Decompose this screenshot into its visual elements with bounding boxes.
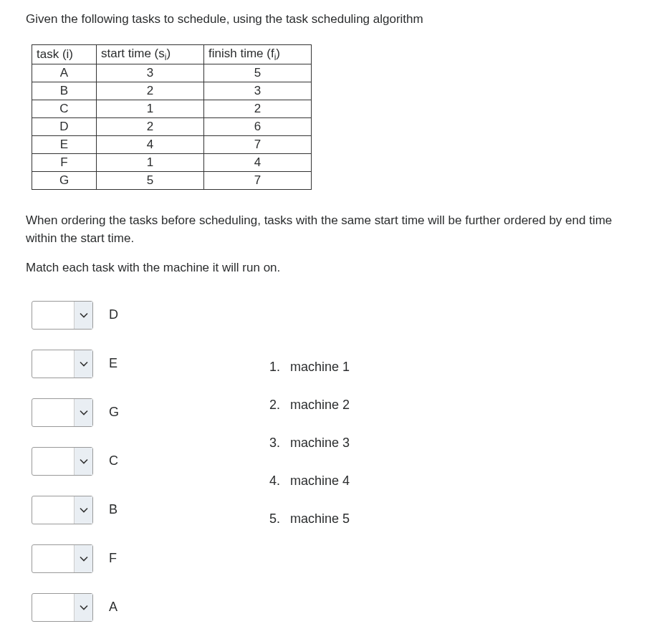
table-cell: 7 — [204, 135, 312, 153]
select-value — [32, 350, 74, 378]
match-item-label: A — [109, 600, 126, 615]
match-row: D — [32, 301, 126, 330]
table-cell: 2 — [97, 117, 204, 135]
table-cell: 7 — [204, 171, 312, 189]
answer-number: 3. — [269, 436, 287, 451]
match-item-label: D — [109, 307, 126, 322]
chevron-down-icon — [80, 410, 88, 415]
table-row: G57 — [32, 171, 312, 189]
answer-item: 2. machine 2 — [269, 398, 350, 413]
matching-area: DEGCBFA 1. machine 12. machine 23. machi… — [26, 301, 641, 622]
match-select[interactable] — [32, 350, 93, 378]
match-item-label: G — [109, 405, 126, 420]
chevron-down-icon — [80, 312, 88, 318]
match-item-label: E — [109, 356, 126, 371]
answer-item: 3. machine 3 — [269, 436, 350, 451]
answer-label: machine 3 — [287, 436, 350, 450]
answer-label: machine 1 — [287, 360, 350, 374]
answer-number: 4. — [269, 474, 287, 489]
task-table-body: A35B23C12D26E47F14G57 — [32, 64, 312, 189]
answer-item: 5. machine 5 — [269, 511, 350, 527]
match-row: A — [32, 593, 126, 622]
answer-item: 1. machine 1 — [269, 360, 350, 375]
table-cell: 5 — [204, 64, 312, 82]
table-cell: G — [32, 171, 97, 189]
answer-label: machine 4 — [287, 474, 350, 488]
select-arrow — [74, 496, 92, 524]
question-prompt: Given the following tasks to schedule, u… — [26, 10, 641, 29]
match-left-column: DEGCBFA — [32, 301, 126, 622]
select-value — [32, 496, 74, 524]
match-item-label: C — [109, 453, 126, 468]
select-arrow — [74, 448, 92, 475]
answer-number: 5. — [269, 511, 287, 527]
table-row: C12 — [32, 100, 312, 117]
select-value — [32, 302, 74, 329]
col-header-start: start time (si) — [97, 44, 204, 64]
chevron-down-icon — [80, 361, 88, 367]
select-value — [32, 594, 74, 621]
table-cell: E — [32, 135, 97, 153]
table-row: F14 — [32, 153, 312, 171]
answer-number: 2. — [269, 398, 287, 413]
match-select[interactable] — [32, 398, 93, 427]
match-select[interactable] — [32, 496, 93, 524]
select-value — [32, 399, 74, 426]
table-cell: B — [32, 82, 97, 100]
table-row: E47 — [32, 135, 312, 153]
table-cell: 2 — [204, 100, 312, 117]
chevron-down-icon — [80, 556, 88, 562]
table-cell: 5 — [97, 171, 204, 189]
match-instruction: Match each task with the machine it will… — [26, 261, 641, 275]
select-value — [32, 448, 74, 475]
table-cell: A — [32, 64, 97, 82]
task-table: task (i) start time (si) finish time (fi… — [32, 44, 312, 190]
match-row: B — [32, 496, 126, 524]
col-header-task: task (i) — [32, 44, 97, 64]
answer-item: 4. machine 4 — [269, 474, 350, 489]
table-cell: 2 — [97, 82, 204, 100]
match-row: E — [32, 350, 126, 378]
select-arrow — [74, 594, 92, 621]
match-right-column: 1. machine 12. machine 23. machine 34. m… — [269, 301, 350, 549]
table-row: A35 — [32, 64, 312, 82]
select-arrow — [74, 545, 92, 572]
match-select[interactable] — [32, 447, 93, 476]
answer-label: machine 5 — [287, 511, 350, 526]
table-cell: C — [32, 100, 97, 117]
match-select[interactable] — [32, 593, 93, 622]
table-cell: 3 — [97, 64, 204, 82]
match-row: C — [32, 447, 126, 476]
table-cell: 1 — [97, 153, 204, 171]
table-cell: F — [32, 153, 97, 171]
match-row: G — [32, 398, 126, 427]
chevron-down-icon — [80, 605, 88, 610]
match-item-label: F — [109, 551, 126, 566]
table-row: B23 — [32, 82, 312, 100]
match-item-label: B — [109, 502, 126, 517]
table-cell: 6 — [204, 117, 312, 135]
table-cell: 4 — [204, 153, 312, 171]
chevron-down-icon — [80, 507, 88, 513]
match-select[interactable] — [32, 301, 93, 330]
table-row: D26 — [32, 117, 312, 135]
select-arrow — [74, 399, 92, 426]
match-select[interactable] — [32, 544, 93, 573]
select-value — [32, 545, 74, 572]
match-row: F — [32, 544, 126, 573]
table-cell: 3 — [204, 82, 312, 100]
ordering-explanation: When ordering the tasks before schedulin… — [26, 211, 641, 248]
table-cell: D — [32, 117, 97, 135]
table-cell: 1 — [97, 100, 204, 117]
table-cell: 4 — [97, 135, 204, 153]
col-header-finish: finish time (fi) — [204, 44, 312, 64]
chevron-down-icon — [80, 458, 88, 464]
answer-number: 1. — [269, 360, 287, 375]
answer-list: 1. machine 12. machine 23. machine 34. m… — [269, 360, 350, 527]
select-arrow — [74, 350, 92, 378]
select-arrow — [74, 302, 92, 329]
answer-label: machine 2 — [287, 398, 350, 412]
